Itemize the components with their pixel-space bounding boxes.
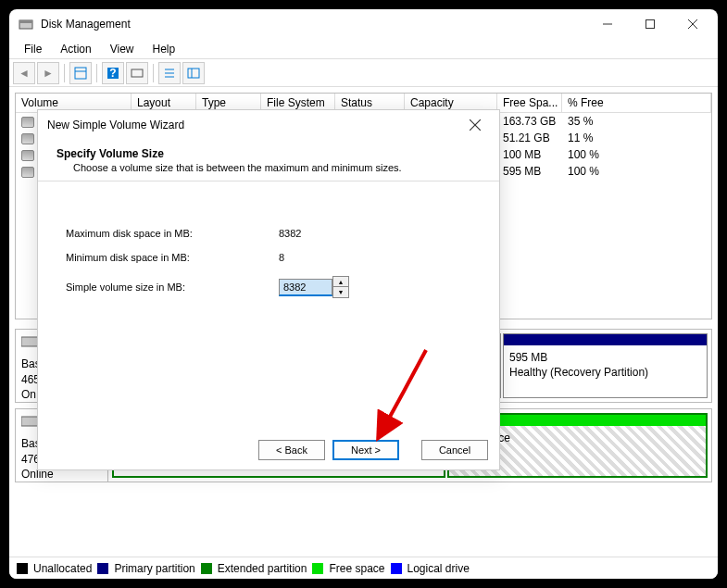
svg-rect-1: [19, 20, 32, 23]
menu-bar: File Action View Help: [9, 39, 718, 59]
min-space-label: Minimum disk space in MB:: [66, 252, 279, 263]
svg-text:?: ?: [109, 67, 116, 80]
size-label: Simple volume size in MB:: [66, 281, 279, 293]
volume-icon: [21, 133, 34, 144]
menu-view[interactable]: View: [101, 41, 144, 57]
view-settings-icon[interactable]: [69, 62, 92, 84]
detail-view-icon[interactable]: [182, 62, 205, 84]
wizard-title: New Simple Volume Wizard: [47, 119, 460, 131]
max-space-value: 8382: [279, 228, 301, 239]
menu-file[interactable]: File: [15, 41, 51, 57]
wizard-header: Specify Volume Size Choose a volume size…: [38, 140, 499, 181]
wizard-subheading: Choose a volume size that is between the…: [56, 162, 481, 173]
close-button[interactable]: [671, 9, 714, 39]
svg-rect-6: [75, 68, 86, 79]
wizard-footer: < Back Next > Cancel: [38, 431, 499, 469]
wizard-heading: Specify Volume Size: [56, 147, 481, 160]
col-pct[interactable]: % Free: [562, 94, 711, 112]
help-icon[interactable]: ?: [102, 62, 124, 84]
menu-help[interactable]: Help: [144, 41, 185, 57]
wizard-close-button[interactable]: [460, 110, 490, 140]
legend: Unallocated Primary partition Extended p…: [9, 557, 718, 579]
app-icon: [19, 17, 33, 31]
volume-icon: [21, 167, 34, 178]
volume-icon: [21, 150, 34, 161]
new-simple-volume-wizard: New Simple Volume Wizard Specify Volume …: [37, 109, 500, 470]
minimize-button[interactable]: [586, 9, 629, 39]
spinner-down-button[interactable]: ▼: [333, 287, 348, 297]
swatch-free-icon: [312, 563, 323, 574]
next-button[interactable]: Next >: [332, 440, 399, 460]
svg-rect-3: [646, 20, 655, 29]
min-space-value: 8: [279, 252, 284, 263]
svg-rect-10: [132, 69, 143, 77]
max-space-label: Maximum disk space in MB:: [66, 228, 279, 239]
swatch-logical-icon: [391, 563, 402, 574]
list-view-icon[interactable]: [158, 62, 181, 84]
back-button[interactable]: < Back: [258, 440, 325, 460]
wizard-titlebar: New Simple Volume Wizard: [38, 110, 499, 140]
partition-recovery[interactable]: 595 MBHealthy (Recovery Partition): [503, 333, 708, 398]
toolbar: ◄ ► ?: [9, 59, 718, 87]
forward-icon[interactable]: ►: [37, 62, 59, 84]
svg-rect-14: [188, 69, 199, 78]
volume-size-spinner: ▲ ▼: [279, 276, 349, 298]
col-free[interactable]: Free Spa...: [497, 94, 562, 112]
volume-icon: [21, 117, 34, 128]
cancel-button[interactable]: Cancel: [421, 440, 488, 460]
back-icon[interactable]: ◄: [13, 62, 35, 84]
swatch-unallocated-icon: [17, 563, 28, 574]
refresh-icon[interactable]: [126, 62, 148, 84]
maximize-button[interactable]: [629, 9, 671, 39]
menu-action[interactable]: Action: [51, 41, 100, 57]
window-title: Disk Management: [41, 18, 586, 31]
volume-size-input[interactable]: [279, 279, 332, 296]
swatch-extended-icon: [201, 563, 212, 574]
titlebar: Disk Management: [9, 9, 718, 39]
swatch-primary-icon: [97, 563, 108, 574]
spinner-up-button[interactable]: ▲: [333, 277, 348, 287]
